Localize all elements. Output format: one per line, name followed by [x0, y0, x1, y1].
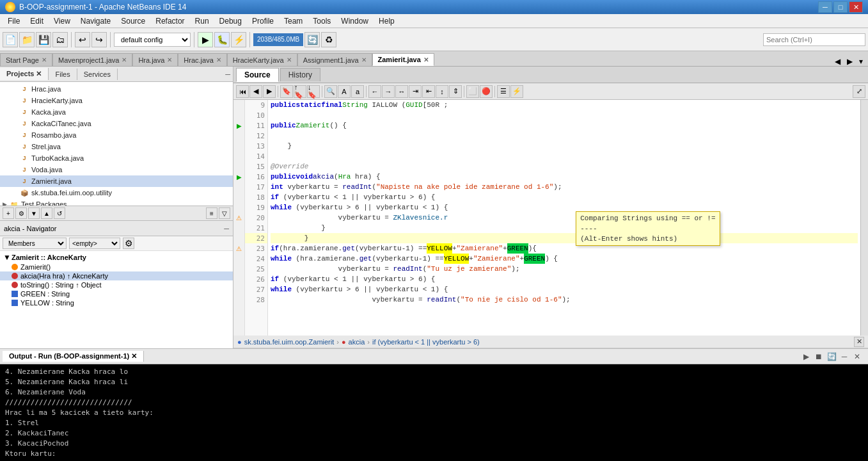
run-button[interactable]: ▶: [198, 32, 213, 47]
tab-source[interactable]: Source: [236, 68, 279, 82]
first-button[interactable]: ⏮: [236, 85, 249, 98]
output-btn1[interactable]: ▶: [800, 351, 812, 362]
menu-item-navigate[interactable]: Navigate: [75, 15, 116, 27]
members-dropdown[interactable]: Members: [3, 238, 67, 249]
debug-button[interactable]: 🐛: [214, 32, 230, 47]
breadcrumb-item-1[interactable]: sk.stuba.fei.uim.oop.Zamierit: [244, 338, 335, 346]
ed-btn4[interactable]: ←: [368, 85, 381, 98]
ed-btn2[interactable]: A: [338, 85, 351, 98]
menu-item-window[interactable]: Window: [336, 15, 374, 27]
redo-button[interactable]: ↪: [91, 32, 107, 47]
output-tab-run[interactable]: Output - Run (B-OOP-assignment-1) ✕: [3, 351, 144, 362]
menu-item-profile[interactable]: Profile: [247, 15, 279, 27]
prev-button[interactable]: ◀: [249, 85, 262, 98]
ed-btn6[interactable]: ↔: [395, 85, 408, 98]
menu-item-debug[interactable]: Debug: [214, 15, 247, 27]
toggle-bookmark[interactable]: 🔖: [280, 85, 293, 98]
tab-dropdown-button[interactable]: ▾: [856, 57, 865, 66]
new-button[interactable]: 📄: [3, 32, 18, 47]
tree-item[interactable]: 📦sk.stuba.fei.uim.oop.utility: [0, 187, 233, 198]
menu-item-refactor[interactable]: Refactor: [150, 15, 189, 27]
ed-btn5[interactable]: →: [382, 85, 395, 98]
gc-button[interactable]: 🔄: [304, 32, 320, 47]
next-bookmark[interactable]: ↓🔖: [307, 85, 320, 98]
ed-btn11[interactable]: ⬜: [466, 85, 479, 98]
tree-item[interactable]: JRosambo.java: [0, 129, 233, 141]
menu-item-tools[interactable]: Tools: [308, 15, 336, 27]
tree-item[interactable]: JVoda.java: [0, 164, 233, 175]
tab-files[interactable]: Files: [49, 69, 77, 80]
code-content[interactable]: public static final String IALLOW (GUID[…: [268, 100, 860, 336]
search-input[interactable]: [763, 33, 865, 46]
nav-config-button[interactable]: ⚙: [123, 238, 134, 249]
maximize-button[interactable]: □: [833, 1, 848, 13]
menu-item-help[interactable]: Help: [374, 15, 400, 27]
ed-btn8[interactable]: ⇤: [422, 85, 435, 98]
sync-button[interactable]: ↺: [54, 207, 65, 219]
properties-button[interactable]: ⚙: [15, 207, 27, 219]
tab-prev-button[interactable]: ◀: [832, 57, 843, 66]
code-editor[interactable]: ▶▶⚠⚠ 91011121314151617181920212223242526…: [233, 100, 868, 336]
menu-item-edit[interactable]: Edit: [25, 15, 49, 27]
minimize-button[interactable]: ─: [818, 1, 832, 13]
save-button[interactable]: 💾: [36, 32, 51, 47]
output-btn2[interactable]: ⏹: [813, 351, 825, 362]
output-minimize-button[interactable]: ─: [839, 351, 850, 362]
tree-item[interactable]: JHracieKarty.java: [0, 95, 233, 106]
tree-item[interactable]: ▶📁Test Packages: [0, 198, 233, 206]
close-button[interactable]: ✕: [849, 1, 863, 13]
undo-button[interactable]: ↩: [75, 32, 90, 47]
tree-item[interactable]: JKacka.java: [0, 106, 233, 118]
editor-tab-assignment1-java[interactable]: Assignment1.java ✕: [297, 53, 372, 66]
tab-history[interactable]: History: [280, 68, 320, 81]
ed-btn3[interactable]: a: [351, 85, 364, 98]
next-button[interactable]: ▶: [263, 85, 276, 98]
output-btn3[interactable]: 🔄: [826, 351, 837, 362]
breadcrumb-item-2[interactable]: akcia: [349, 338, 365, 346]
expand-all-button[interactable]: ▼: [28, 207, 40, 219]
ed-btn7[interactable]: ⇥: [409, 85, 422, 98]
tree-item[interactable]: JKackaCiTanec.java: [0, 118, 233, 129]
nav-item[interactable]: YELLOW : String: [0, 298, 233, 307]
nav-item[interactable]: toString() : String ↑ Object: [0, 280, 233, 289]
menu-item-team[interactable]: Team: [279, 15, 308, 27]
filter-button[interactable]: ▽: [219, 207, 230, 219]
expand-editor-button[interactable]: ⤢: [853, 85, 865, 98]
save-all-button[interactable]: 🗂: [52, 32, 68, 47]
ed-btn10[interactable]: ⇕: [449, 85, 462, 98]
editor-tab-hrac-java[interactable]: Hrac.java ✕: [178, 53, 226, 66]
sort-button[interactable]: ≡: [206, 207, 217, 219]
tab-next-button[interactable]: ▶: [844, 57, 855, 66]
ed-btn13[interactable]: ☰: [497, 85, 510, 98]
gc2-button[interactable]: ♻: [321, 32, 336, 47]
breadcrumb-item-3[interactable]: if (vyberkartu < 1 || vyberkartu > 6): [372, 338, 480, 346]
right-scrollbar[interactable]: [860, 100, 868, 336]
menu-item-run[interactable]: Run: [190, 15, 214, 27]
editor-tab-start-page[interactable]: Start Page ✕: [0, 53, 52, 66]
editor-tab-hraciekarty-java[interactable]: HracieKarty.java ✕: [227, 53, 297, 66]
nav-item[interactable]: akcia(Hra hra) ↑ AkcneKarty: [0, 271, 233, 280]
ed-btn14[interactable]: ⚡: [510, 85, 523, 98]
tree-item[interactable]: JHrac.java: [0, 83, 233, 95]
new-file-button[interactable]: +: [3, 207, 14, 219]
search-ed-button[interactable]: 🔍: [324, 85, 337, 98]
tree-item[interactable]: JTurboKacka.java: [0, 152, 233, 164]
profile-button[interactable]: ⚡: [231, 32, 246, 47]
editor-tab-mavenproject1-java[interactable]: Mavenproject1.java ✕: [52, 53, 132, 66]
tab-projects[interactable]: Projects ✕: [0, 68, 49, 80]
editor-tab-hra-java[interactable]: Hra.java ✕: [132, 53, 178, 66]
minimize-panel-button[interactable]: ─: [225, 70, 230, 78]
menu-item-file[interactable]: File: [3, 15, 25, 27]
config-dropdown[interactable]: default config: [114, 33, 191, 47]
expand-arrow[interactable]: ▶: [3, 201, 9, 206]
output-close-button[interactable]: ✕: [851, 351, 863, 362]
tab-services[interactable]: Services: [77, 69, 118, 80]
ed-btn12[interactable]: 🔴: [480, 85, 493, 98]
editor-tab-zamierit-java[interactable]: Zamierit.java ✕: [372, 53, 434, 66]
nav-item[interactable]: GREEN : String: [0, 289, 233, 298]
breadcrumb-close-button[interactable]: ✕: [854, 337, 864, 347]
menu-item-source[interactable]: Source: [116, 15, 150, 27]
ed-btn9[interactable]: ↕: [436, 85, 448, 98]
empty-dropdown[interactable]: <empty>: [69, 238, 120, 249]
collapse-all-button[interactable]: ▲: [41, 207, 52, 219]
